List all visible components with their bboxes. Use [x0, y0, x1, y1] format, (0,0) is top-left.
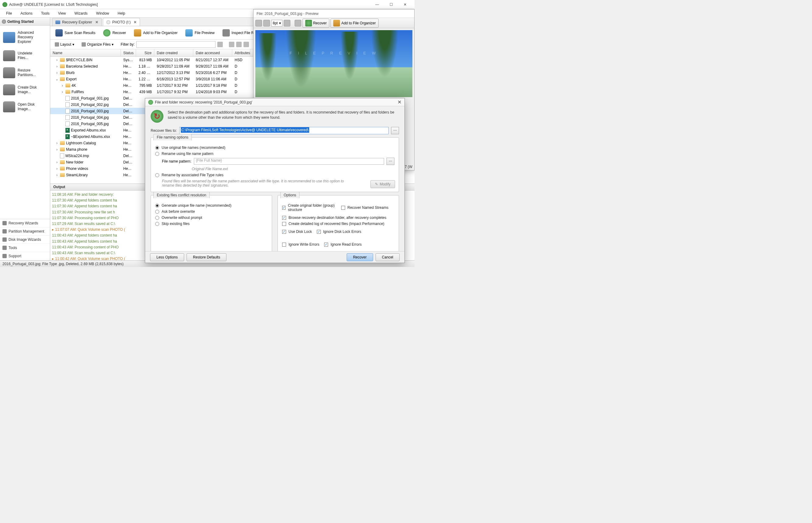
conflict-opt-skip[interactable]: Skip existing files: [155, 222, 267, 226]
sidebar-item-2[interactable]: RestorePartitions...: [1, 64, 49, 81]
recover-button[interactable]: Recover: [347, 253, 373, 261]
menu-tools[interactable]: Tools: [37, 10, 54, 17]
checkbox-icon: [282, 222, 286, 226]
sidebar-bottom-disk-image-wizards[interactable]: Disk Image Wizards: [0, 236, 50, 244]
opt-ignore-read-errors[interactable]: Ignore Read Errors: [324, 242, 362, 247]
row-name: 2016_Portugal_003.jpg: [71, 109, 109, 113]
expander-icon[interactable]: ›: [55, 64, 59, 69]
naming-tab: File naming options: [153, 134, 192, 140]
preview-font-select[interactable]: 8pt▾: [271, 20, 282, 26]
sidebar-header[interactable]: Getting Started: [0, 18, 50, 25]
close-button[interactable]: ✕: [398, 0, 412, 9]
opt-disk-lock[interactable]: Use Disk Lock: [282, 230, 312, 234]
column-header[interactable]: Attributes: [232, 49, 251, 56]
app-icon: [2, 2, 7, 7]
pattern-browse-button[interactable]: …: [387, 158, 394, 165]
menu-actions[interactable]: Actions: [16, 10, 37, 17]
maximize-button[interactable]: ☐: [384, 0, 398, 9]
opt-detailed-log[interactable]: Create detailed log of recovered files (…: [282, 222, 394, 226]
sidebar-item-4[interactable]: Open DiskImage...: [1, 98, 49, 115]
expander-icon[interactable]: ›: [60, 90, 64, 94]
tool-icon-3[interactable]: [243, 42, 249, 47]
column-header[interactable]: Name: [50, 49, 121, 56]
menu-help[interactable]: Help: [113, 10, 130, 17]
conflict-opt-ask[interactable]: Ask before overwrite: [155, 210, 267, 214]
opt-ignore-lock-errors[interactable]: Ignore Disk Lock Errors: [317, 230, 361, 234]
conflict-opt-unique[interactable]: Generate unique file name (recommended): [155, 203, 267, 208]
tool-icon-1[interactable]: [229, 42, 234, 47]
options-tab: Options: [280, 192, 299, 198]
preview-zoom-icon[interactable]: [263, 20, 270, 26]
minimize-button[interactable]: —: [370, 0, 384, 9]
filter-input[interactable]: [136, 41, 216, 48]
recovery-icon: [148, 100, 153, 105]
pattern-input[interactable]: {File Full Name}: [194, 158, 384, 165]
conflict-opt-overwrite[interactable]: Overwrite without prompt: [155, 216, 267, 220]
expander-icon[interactable]: ›: [55, 58, 59, 62]
naming-opt-typerules[interactable]: Rename by associated File Type rules: [155, 173, 394, 177]
filter-label: Filter by:: [121, 42, 134, 47]
preview-button[interactable]: File Preview: [182, 28, 218, 38]
organizer-button[interactable]: Add to File Organizer: [131, 28, 181, 38]
naming-opt-pattern[interactable]: Rename using file name pattern: [155, 151, 394, 156]
naming-opt-original[interactable]: Use original file names (recommended): [155, 145, 394, 150]
menu-view[interactable]: View: [54, 10, 70, 17]
preview-recover-button[interactable]: Recover: [302, 19, 330, 28]
recover-button[interactable]: Recover: [100, 28, 129, 38]
column-header[interactable]: Size: [136, 49, 154, 56]
tab-photo-i-[interactable]: PHOTO (I:)✕: [103, 18, 140, 26]
tab-recovery-explorer[interactable]: Recovery Explorer✕: [52, 18, 102, 26]
folder-icon: [66, 90, 70, 94]
sidebar-item-3[interactable]: Create DiskImage...: [1, 81, 49, 98]
recover-path-input[interactable]: C:\Program Files\LSoft Technologies\Acti…: [179, 127, 389, 134]
sidebar-item-0[interactable]: AdvancedRecoveryExplorer: [1, 28, 49, 47]
menu-window[interactable]: Window: [92, 10, 113, 17]
preview-link-icon[interactable]: [295, 20, 301, 26]
sidebar-item-icon: [3, 32, 15, 43]
menu-wizards[interactable]: Wizards: [70, 10, 92, 17]
folder-icon: [66, 84, 70, 87]
dialog-close-button[interactable]: ✕: [398, 99, 402, 105]
file-icon: [66, 96, 70, 101]
preview-refresh-icon[interactable]: [284, 20, 290, 26]
expander-icon[interactable]: ›: [55, 160, 59, 164]
cancel-button[interactable]: Cancel: [375, 253, 400, 261]
opt-browse-after[interactable]: Browse recovery destination folder, afte…: [282, 216, 394, 220]
expander-icon[interactable]: ›: [55, 141, 59, 145]
opt-folder-structure[interactable]: Create original folder (group) structure: [282, 203, 336, 212]
folder-icon: [60, 64, 65, 68]
menu-file[interactable]: File: [2, 10, 16, 17]
layout-button[interactable]: Layout▾: [52, 41, 77, 48]
tab-close-icon[interactable]: ✕: [95, 20, 98, 24]
expander-icon[interactable]: ›: [55, 71, 59, 75]
modify-button[interactable]: ✎Modify: [370, 180, 395, 188]
column-header[interactable]: Date accessed: [193, 49, 232, 56]
tab-close-icon[interactable]: ✕: [134, 20, 137, 24]
expander-icon[interactable]: ›: [55, 147, 59, 151]
preview-tool-icon[interactable]: [255, 20, 262, 26]
opt-named-streams[interactable]: Recover Named Streams: [341, 203, 395, 212]
restore-defaults-button[interactable]: Restore Defaults: [187, 253, 226, 261]
sidebar-bottom-support[interactable]: Support: [0, 252, 50, 260]
expander-icon[interactable]: ›: [55, 166, 59, 171]
sidebar-bottom-tools[interactable]: Tools: [0, 244, 50, 252]
organize-button[interactable]: Organize Files▾: [79, 41, 116, 48]
column-header[interactable]: Status: [121, 49, 136, 56]
filter-go-icon[interactable]: [217, 42, 223, 47]
sidebar-bottom-recovery-wizards[interactable]: Recovery Wizards: [0, 219, 50, 228]
less-options-button[interactable]: Less Options: [150, 253, 184, 261]
expander-icon[interactable]: ›: [55, 173, 59, 177]
column-header[interactable]: Date created: [154, 49, 193, 56]
browse-button[interactable]: …: [391, 127, 399, 134]
tool-icon-2[interactable]: [236, 42, 242, 47]
row-name: ~$Exported Albums.xlsx: [71, 134, 110, 139]
naming-opt3-desc: Found files will be renamed by file name…: [162, 179, 351, 187]
save-button[interactable]: Save Scan Results: [52, 28, 98, 38]
expander-icon[interactable]: ⌄: [55, 77, 59, 81]
file-icon: [66, 109, 70, 113]
sidebar-bottom-partition-management[interactable]: Partition Management: [0, 228, 50, 236]
opt-ignore-write-errors[interactable]: Ignore Write Errors: [282, 242, 319, 247]
expander-icon[interactable]: ›: [60, 84, 64, 88]
preview-add-organizer-button[interactable]: Add to File Organizer: [331, 19, 378, 28]
sidebar-item-1[interactable]: UndeleteFiles...: [1, 47, 49, 64]
